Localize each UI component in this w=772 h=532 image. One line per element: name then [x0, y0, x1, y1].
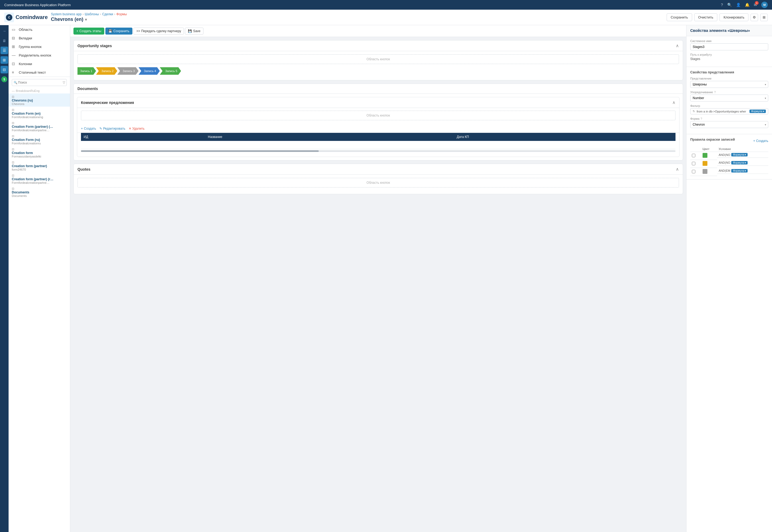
chevron-item-2[interactable]: Запись 2 — [96, 67, 117, 75]
edit-doc-button[interactable]: ✎ Редактировать — [99, 127, 125, 130]
page-title-text: Chevrons (en) — [51, 17, 83, 22]
breadcrumb-item-2[interactable]: Шаблоны — [85, 12, 99, 16]
logo-text: Comindware — [16, 14, 48, 20]
rule-formula-badge-2[interactable]: Формула ▾ — [731, 161, 748, 164]
tree-item-creation-form-partner[interactable]: ⊡ Creation Form (partner) (… Formfordeal… — [9, 120, 70, 133]
area-icon: ▭ — [12, 27, 17, 32]
sidebar-dollar-icon[interactable]: $ — [1, 76, 8, 83]
help-icon[interactable]: ? — [721, 3, 723, 7]
clone-button[interactable]: Клонировать — [719, 13, 748, 21]
system-name-input[interactable] — [690, 43, 768, 50]
component-static-text-label: Статичный текст — [19, 70, 46, 74]
left-sidebar: → 🖥 ☰ ⊞ ⊟ $ — [0, 25, 9, 532]
rule-checkbox-2[interactable] — [692, 162, 695, 165]
tree-item-chevrons-ru[interactable]: ⊡ Chevrons (ru) Chevrons — [9, 93, 70, 107]
save-button[interactable]: Сохранить — [667, 13, 692, 21]
component-columns[interactable]: ⊡ Колонки — [9, 59, 70, 68]
chevron-label-4: Запись 4 — [144, 69, 156, 73]
main-layout: → 🖥 ☰ ⊞ ⊟ $ ▭ Область ⊟ Вкладки ⊞ Группа… — [0, 25, 772, 532]
rule-checkbox-3[interactable] — [692, 170, 695, 173]
tree-item-creation-form-partner2[interactable]: ⊡ Creation form (partner) form24670 — [9, 159, 70, 172]
tree-item-creation-form-ru[interactable]: ⊡ Creation Form (ru) Formfordealcreation… — [9, 133, 70, 146]
tree-item-creation-form-partner-r-sub: Formfordealcreationpartne… — [12, 181, 67, 184]
component-area[interactable]: ▭ Область — [9, 25, 70, 34]
sidebar-grid-icon[interactable]: ⊞ — [1, 56, 8, 64]
save-ext-button[interactable]: 💾 Save — [185, 28, 203, 35]
tree-item-creation-form-en[interactable]: ⊡ Creation Form (en) Formfordealcreation… — [9, 107, 70, 120]
tree-item-opp-form-activi[interactable]: ⊡ Opportunities - Form for … Opportuniti… — [9, 198, 70, 201]
transfer-deal-button[interactable]: >> Передать сделку партнеру — [133, 28, 184, 35]
sidebar-form-icon[interactable]: ⊟ — [1, 66, 8, 73]
create-stages-button[interactable]: + Создать этапы — [73, 28, 104, 35]
save-form-icon: 💾 — [108, 29, 112, 33]
users-icon[interactable]: 👤 — [736, 3, 741, 7]
commercial-offers-toggle[interactable]: ∧ — [672, 100, 676, 105]
content-toolbar: + Создать этапы 💾 Сохранить >> Передать … — [70, 25, 686, 37]
clear-button[interactable]: Очистить — [694, 13, 718, 21]
view-select[interactable]: Шевроны — [690, 81, 768, 88]
sub-header: C Comindware System business app › Шабло… — [0, 10, 772, 25]
table-header-date: Дата КП — [454, 133, 676, 141]
chevron-item-3[interactable]: Запись 3 — [117, 67, 139, 75]
bell-icon[interactable]: 🔔 — [745, 3, 749, 7]
quotes-section-toggle[interactable]: ∧ — [676, 167, 679, 172]
create-doc-icon: + — [81, 127, 83, 130]
save-form-button[interactable]: 💾 Сохранить — [105, 28, 132, 35]
sidebar-nav-icon[interactable]: → — [1, 27, 8, 35]
delete-doc-button[interactable]: ✕ Удалить — [129, 127, 145, 130]
tree-item-creation-form-partner-r[interactable]: ⊡ Creation form (partner) (r… Formfordea… — [9, 172, 70, 185]
breadcrumb-item-3[interactable]: Сделки — [102, 12, 113, 16]
breadcrumb-item-4[interactable]: Формы — [116, 12, 127, 16]
ordering-select[interactable]: Number — [690, 95, 768, 102]
settings-icon[interactable]: ⚙ — [751, 14, 758, 21]
component-static-text[interactable]: ≡ Статичный текст — [9, 68, 70, 77]
chevron-item-1[interactable]: Запись 1 — [77, 67, 96, 75]
breadcrumb-item-1[interactable]: System business app — [51, 12, 81, 16]
filter-formula-badge[interactable]: Формула ▾ — [749, 110, 766, 113]
search-icon[interactable]: 🔍 — [727, 3, 732, 7]
component-button-group-label: Группа кнопок — [19, 45, 42, 49]
search-input[interactable] — [12, 79, 67, 86]
chevron-item-4[interactable]: Запись 4 — [139, 67, 160, 75]
delete-doc-icon: ✕ — [129, 127, 131, 130]
chevron-label-5: Запись 5 — [165, 69, 177, 73]
user-avatar[interactable]: M — [761, 2, 768, 8]
sub-header-left: C Comindware System business app › Шабло… — [4, 12, 127, 22]
table-header-id: ИД — [81, 133, 205, 141]
component-panel: ▭ Область ⊟ Вкладки ⊞ Группа кнопок — Ра… — [9, 25, 70, 532]
opportunity-stages-toggle[interactable]: ∧ — [676, 43, 679, 48]
search-filter-icon[interactable]: ▽ — [63, 81, 65, 84]
filter-label: Фильтр — [690, 104, 768, 107]
form-select[interactable]: Chevron — [690, 121, 768, 128]
rule-formula-badge-3[interactable]: Формула ▾ — [731, 169, 748, 173]
button-group-icon: ⊞ — [12, 44, 17, 49]
tree-section-text: BreakdownRuEng — [16, 89, 40, 92]
add-color-rule-button[interactable]: + Создать — [753, 139, 768, 143]
tree-item-documents-name: Documents — [12, 190, 67, 194]
rule-formula-badge-1[interactable]: Формула ▾ — [731, 153, 748, 156]
tree-item-creation-form[interactable]: ⊡ Creation form Formasozdaniyasdelki — [9, 146, 70, 159]
more-options-icon[interactable]: ⊞ — [760, 14, 768, 21]
component-button-separator[interactable]: — Разделитель кнопок — [9, 51, 70, 59]
rule-checkbox-1[interactable] — [692, 154, 695, 157]
create-doc-button[interactable]: + Создать — [81, 127, 96, 130]
chevron-item-5[interactable]: Запись 5 — [160, 67, 181, 75]
notification-badge[interactable]: 1 ✉ — [754, 3, 757, 7]
component-button-group[interactable]: ⊞ Группа кнопок — [9, 42, 70, 51]
component-tabs[interactable]: ⊟ Вкладки — [9, 34, 70, 42]
tree-item-creation-form-name: Creation form — [12, 151, 67, 155]
table-cell-name — [205, 141, 454, 149]
tree-item-creation-form-partner2-name: Creation form (partner) — [12, 164, 67, 168]
table-scroll-track[interactable] — [81, 150, 676, 152]
rule-row-2-color — [701, 160, 717, 168]
tree-item-documents[interactable]: ⊡ Documents Documents — [9, 185, 70, 198]
sidebar-screen-icon[interactable]: 🖥 — [1, 37, 8, 44]
page-title-dropdown-icon[interactable]: ▾ — [85, 17, 87, 22]
commercial-offers-block: Коммерческие предложения ∧ Область кнопо… — [77, 97, 680, 157]
tree-item-creation-form-icon: ⊡ — [12, 148, 14, 151]
rules-col-check — [690, 146, 701, 152]
rules-col-color: Цвет — [701, 146, 717, 152]
sidebar-list-icon[interactable]: ☰ — [1, 47, 8, 54]
tree-item-creation-form-partner2-icon: ⊡ — [12, 161, 14, 164]
delete-doc-label: Удалить — [132, 127, 145, 130]
